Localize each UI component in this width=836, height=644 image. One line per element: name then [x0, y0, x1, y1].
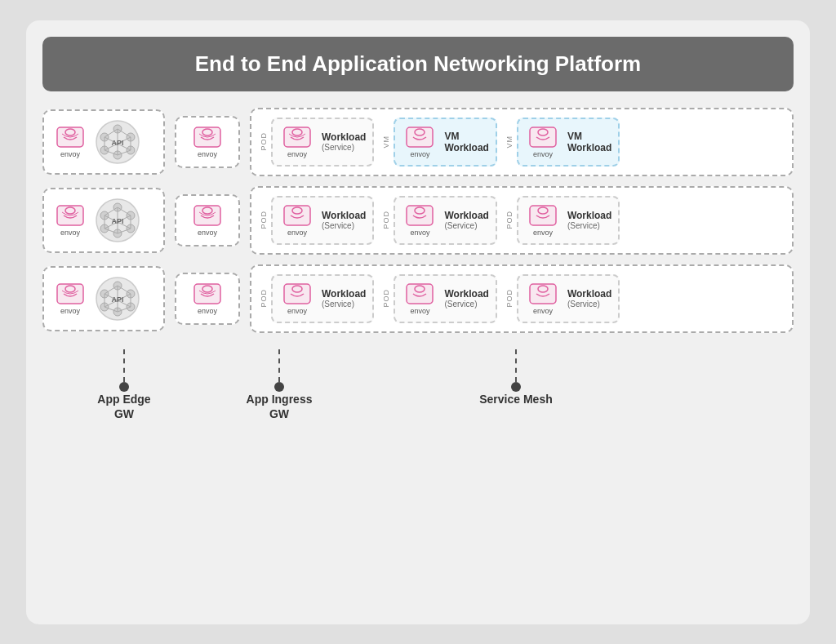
svg-rect-75 — [284, 284, 310, 304]
envoy-pod-r1-1: envoy — [279, 126, 315, 158]
envoy-middle-row2: envoy — [189, 204, 225, 237]
main-container: End to End Application Networking Platfo… — [26, 20, 810, 624]
svg-rect-23 — [407, 127, 433, 147]
pod-label-r1-1: POD — [260, 132, 268, 151]
workload-title-r1-3: VM — [567, 131, 611, 142]
workload-text-r1-1: Workload (Service) — [322, 131, 366, 152]
row-2: envoy — [42, 186, 794, 255]
envoy-mid-label: envoy — [198, 150, 217, 158]
label-text-app-ingress: App IngressGW — [247, 392, 313, 421]
envoy-mid-label-row2: envoy — [198, 229, 217, 237]
workload-title-r1-2: VM — [444, 131, 488, 142]
right-section-row2: POD envoy Workload (Service — [250, 186, 794, 255]
pod-inner-r2-1: envoy Workload (Service) — [271, 196, 374, 245]
envoy-middle-row1: envoy — [189, 126, 225, 158]
workload-title-r1-1: Workload — [322, 131, 366, 143]
pod-label-r1-2: VM — [382, 135, 390, 149]
label-text-app-edge: App EdgeGW — [97, 392, 150, 421]
label-text-service-mesh: Service Mesh — [479, 392, 553, 406]
middle-block-row3: envoy — [175, 273, 240, 325]
row-1: envoy — [42, 108, 794, 176]
svg-rect-77 — [407, 284, 433, 304]
envoy-pod-label-r1-2: envoy — [410, 150, 429, 158]
envoy-left-row1: envoy — [52, 126, 88, 158]
dot-app-edge — [119, 382, 129, 392]
envoy-left-row2: envoy — [52, 204, 88, 237]
pod-group-r2-2: POD envoy Workload (Service — [382, 196, 496, 245]
middle-block-row2: envoy — [175, 194, 240, 246]
left-block-row3: envoy — [42, 266, 165, 331]
workload-title2-r1-2: Workload — [444, 142, 488, 153]
label-app-ingress: App IngressGW — [230, 349, 328, 421]
dashed-line-app-edge — [123, 349, 125, 382]
envoy-middle-row3: envoy — [189, 282, 225, 315]
pod-label-r2-1: POD — [260, 211, 268, 229]
api-network-svg-row2: API — [95, 198, 140, 243]
workload-text-r1-2: VM Workload — [444, 131, 488, 153]
label-app-edge: App EdgeGW — [83, 349, 165, 421]
envoy-pod-label-r1-3: envoy — [533, 150, 553, 158]
middle-block-row1: envoy — [175, 116, 240, 168]
envoy-pod-r1-3: envoy — [525, 126, 561, 158]
pod-group-r2-1: POD envoy Workload (Service — [260, 196, 374, 245]
envoy-mid-logo-row1 — [193, 126, 222, 149]
left-block-row1: envoy — [42, 109, 165, 175]
pod-group-r2-3: POD envoy Workload (Service — [505, 196, 620, 245]
pod-inner-r1-3: envoy VM Workload — [517, 118, 620, 167]
pod-inner-r1-2: envoy VM Workload — [394, 118, 496, 167]
pod-group-r3-1: POD envoy Workload (Service — [260, 274, 374, 323]
dot-service-mesh — [511, 382, 521, 392]
workload-sub-r1-1: (Service) — [322, 143, 366, 152]
svg-text:API: API — [111, 139, 123, 147]
label-service-mesh: Service Mesh — [459, 349, 573, 406]
row-3: envoy — [42, 264, 794, 333]
left-block-row2: envoy — [42, 188, 165, 253]
main-title: End to End Application Networking Platfo… — [195, 51, 641, 76]
pod-inner-r1-1: envoy Workload (Service) — [271, 118, 374, 167]
svg-text:API: API — [111, 217, 123, 225]
pod-group-r3-2: POD envoy Workload (Service — [382, 274, 496, 323]
svg-text:API: API — [111, 295, 123, 304]
workload-text-r1-3: VM Workload — [567, 131, 611, 153]
envoy-label: envoy — [60, 150, 80, 158]
right-section-row3: POD envoy Workload (Service — [250, 264, 794, 333]
envoy-left-row3: envoy — [52, 282, 88, 315]
envoy-logo-svg — [56, 126, 85, 149]
api-network-svg-row3: API — [95, 276, 140, 322]
pod-group-r1-3: VM envoy VM Workload — [505, 118, 620, 167]
svg-rect-48 — [284, 206, 310, 225]
envoy-pod-label-r1-1: envoy — [287, 150, 307, 158]
svg-rect-52 — [530, 206, 556, 225]
svg-rect-25 — [530, 127, 556, 147]
workload-title2-r1-3: Workload — [567, 142, 611, 153]
svg-rect-79 — [530, 284, 556, 304]
pod-label-r1-3: VM — [505, 135, 514, 149]
svg-rect-50 — [407, 206, 433, 225]
diagram-area: envoy — [42, 108, 794, 333]
right-section-row1: POD envoy Workload — [250, 108, 794, 176]
dashed-line-app-ingress — [278, 349, 280, 382]
pod-group-r1-1: POD envoy Workload — [260, 118, 374, 167]
title-bar: End to End Application Networking Platfo… — [42, 37, 794, 91]
envoy-pod-r1-2: envoy — [402, 126, 438, 158]
dot-app-ingress — [274, 382, 284, 392]
api-network-svg-row1: API — [95, 119, 140, 165]
pod-group-r3-3: POD envoy Workload (Service — [505, 274, 620, 323]
pod-group-r1-2: VM envoy VM Workload — [382, 118, 496, 167]
envoy-label-row2: envoy — [60, 229, 80, 237]
dashed-line-service-mesh — [515, 349, 517, 382]
